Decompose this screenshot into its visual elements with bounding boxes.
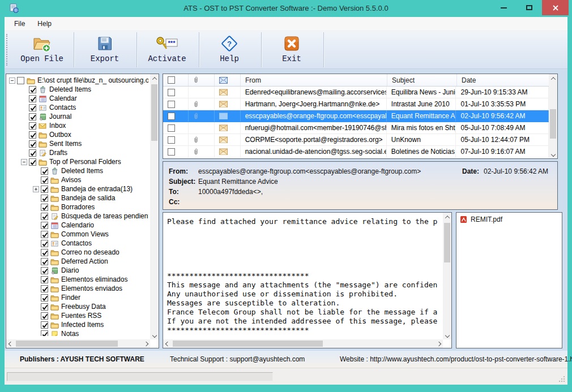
mail-column-header[interactable]	[215, 74, 241, 86]
tree-item[interactable]: Elementos eliminados	[7, 275, 148, 284]
checkbox[interactable]	[17, 77, 24, 84]
tree-item[interactable]: Journal	[7, 112, 148, 121]
scrollbar-thumb[interactable]	[16, 341, 118, 347]
tree-item[interactable]: Deleted Items	[7, 166, 148, 175]
maximize-button[interactable]	[516, 0, 542, 15]
tree-item[interactable]: Elementos enviados	[7, 284, 148, 293]
activate-button[interactable]: ***Activate	[136, 33, 198, 66]
tree-item[interactable]: Fuentes RSS	[7, 311, 148, 320]
mail-row[interactable]: esscpayables@orange-ftgroup.com<esscpaya…	[163, 110, 549, 122]
body-horizontal-scrollbar[interactable]	[163, 339, 443, 348]
tree-item[interactable]: Top of Personal Folders	[7, 157, 148, 166]
scroll-down-button[interactable]	[443, 331, 451, 339]
mail-row[interactable]: nfuerugi@hotmail.com<member-19190746@sht…	[163, 122, 549, 134]
checkbox[interactable]	[41, 258, 48, 265]
mail-row[interactable]: Edenred<equilibranews@mailing.accorservi…	[163, 87, 549, 98]
tree-item[interactable]: Inbox	[7, 121, 148, 130]
checkbox[interactable]	[41, 267, 48, 274]
checkbox[interactable]	[168, 76, 175, 84]
open-file-button[interactable]: Open File	[11, 33, 72, 66]
tree-item[interactable]: Diario	[7, 266, 148, 275]
scroll-up-button[interactable]	[549, 74, 557, 83]
checkbox[interactable]	[41, 240, 48, 247]
checkbox[interactable]	[168, 124, 175, 132]
scrollbar-thumb[interactable]	[173, 341, 323, 347]
tree-item[interactable]: Deferred Action	[7, 257, 148, 266]
checkbox[interactable]	[168, 113, 175, 120]
scroll-left-button[interactable]	[6, 339, 15, 348]
scrollbar-thumb[interactable]	[151, 84, 157, 141]
checkbox[interactable]	[41, 176, 48, 184]
checkbox[interactable]	[41, 213, 48, 220]
checkbox[interactable]	[29, 149, 36, 157]
checkbox[interactable]	[41, 204, 48, 211]
collapse-icon[interactable]	[9, 77, 15, 84]
checkbox[interactable]	[29, 158, 36, 166]
checkbox[interactable]	[41, 186, 48, 193]
attachment-item[interactable]: REMIT.pdf	[456, 213, 562, 226]
close-button[interactable]	[542, 0, 569, 15]
checkbox[interactable]	[41, 249, 48, 256]
select-all-header[interactable]	[163, 74, 189, 86]
checkbox[interactable]	[29, 104, 36, 111]
tree-item[interactable]: Búsqueda de tareas pendientes	[7, 212, 148, 221]
checkbox[interactable]	[41, 231, 48, 238]
tree-item[interactable]: Contactos	[7, 239, 148, 248]
scrollbar-thumb[interactable]	[444, 223, 450, 262]
checkbox[interactable]	[41, 195, 48, 202]
checkbox[interactable]	[168, 136, 175, 144]
column-header-subject[interactable]: Subject	[387, 74, 457, 86]
tree-item[interactable]: Bandeja de salida	[7, 193, 148, 203]
checkbox[interactable]	[41, 222, 48, 229]
checkbox[interactable]	[41, 330, 48, 337]
mail-row[interactable]: nacional.unidad-de-atencion@tgss.seg-soc…	[163, 146, 549, 158]
scroll-down-button[interactable]	[150, 331, 159, 339]
scroll-up-button[interactable]	[150, 74, 159, 83]
tree-item[interactable]: Notas	[7, 329, 148, 336]
list-vertical-scrollbar[interactable]	[549, 74, 557, 158]
tree-item[interactable]: Freebusy Data	[7, 302, 148, 311]
tree-item[interactable]: Finder	[7, 293, 148, 302]
checkbox[interactable]	[41, 294, 48, 301]
tree-vertical-scrollbar[interactable]	[150, 74, 159, 339]
checkbox[interactable]	[29, 113, 36, 120]
tree-item[interactable]: Borradores	[7, 203, 148, 212]
mail-row[interactable]: CORPME<soporte.portal@registradores.org>…	[163, 134, 549, 146]
checkbox[interactable]	[41, 312, 48, 320]
checkbox[interactable]	[41, 303, 48, 311]
tree-item[interactable]: Contacts	[7, 103, 148, 112]
tree-item[interactable]: Avisos	[7, 175, 148, 184]
menu-help[interactable]: Help	[37, 20, 52, 28]
collapse-icon[interactable]	[21, 159, 27, 165]
body-vertical-scrollbar[interactable]	[443, 213, 451, 339]
tree-item[interactable]: Sent Items	[7, 139, 148, 148]
tree-item[interactable]: Drafts	[7, 148, 148, 157]
checkbox[interactable]	[29, 131, 36, 139]
scroll-right-button[interactable]	[142, 339, 150, 348]
tree-item[interactable]: Common Views	[7, 230, 148, 239]
tree-item[interactable]: Deleted Items	[7, 85, 148, 94]
checkbox[interactable]	[29, 140, 36, 148]
tree-item[interactable]: Outbox	[7, 130, 148, 139]
column-header-date[interactable]: Date	[457, 74, 550, 86]
tree-item[interactable]: Correo no deseado	[7, 248, 148, 257]
scrollbar-thumb[interactable]	[550, 109, 556, 139]
tree-item[interactable]: Calendario	[7, 221, 148, 230]
expand-icon[interactable]	[33, 186, 39, 192]
minimize-button[interactable]	[491, 0, 516, 15]
tree-horizontal-scrollbar[interactable]	[6, 339, 150, 348]
export-button[interactable]: Export	[74, 33, 135, 66]
tree-item[interactable]: Calendar	[7, 94, 148, 103]
scroll-down-button[interactable]	[549, 150, 557, 158]
tree-item[interactable]: E:\ost crupt file\buz_n_ outsourcing.ost	[7, 76, 148, 85]
attachment-column-header[interactable]	[189, 74, 215, 86]
tree-item[interactable]: Infected Items	[7, 320, 148, 329]
menu-file[interactable]: File	[14, 20, 25, 28]
toolbar-grip[interactable]	[6, 34, 8, 66]
checkbox[interactable]	[168, 148, 175, 156]
checkbox[interactable]	[29, 122, 36, 130]
checkbox[interactable]	[41, 167, 48, 175]
help-button[interactable]: ?Help	[199, 33, 260, 66]
mail-row[interactable]: Hartmann, Joerg<Joerg.Hartmann@nke.de>In…	[163, 98, 549, 110]
exit-button[interactable]: Exit	[261, 33, 322, 66]
